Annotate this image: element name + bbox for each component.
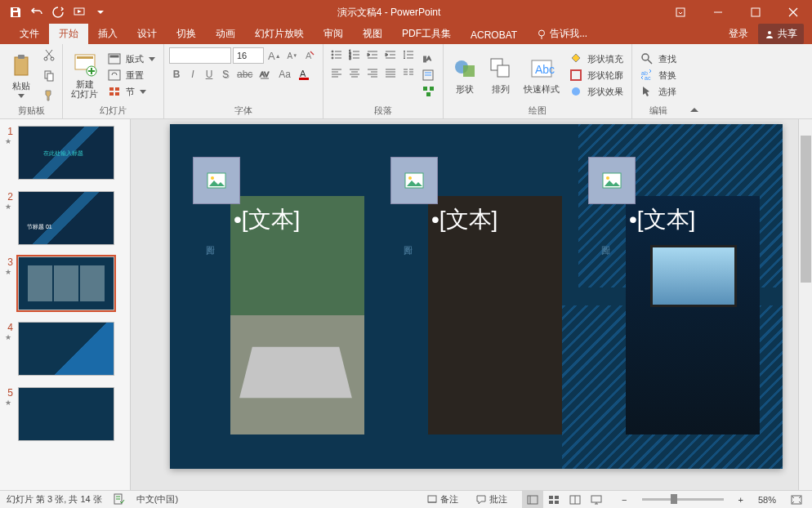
tab-animations[interactable]: 动画: [206, 24, 245, 44]
picture-placeholder-icon[interactable]: [588, 157, 636, 204]
align-right-icon[interactable]: [364, 65, 381, 80]
picture-placeholder-icon[interactable]: [390, 157, 438, 204]
justify-icon[interactable]: [382, 65, 399, 80]
zoom-slider-handle[interactable]: [671, 494, 677, 504]
increase-indent-icon[interactable]: [382, 47, 399, 62]
qat-dropdown-icon[interactable]: [93, 5, 108, 20]
slide-editor[interactable]: 图片 •[文本] 图片 •[文本] 图片 •[文本]: [170, 124, 783, 469]
format-painter-icon[interactable]: [41, 87, 57, 103]
columns-icon[interactable]: [400, 65, 417, 80]
tab-file[interactable]: 文件: [10, 24, 49, 44]
shadow-button[interactable]: S: [218, 67, 233, 82]
paste-button[interactable]: 粘贴: [5, 47, 38, 103]
zoom-slider[interactable]: [642, 498, 724, 501]
login-button[interactable]: 登录: [724, 24, 753, 44]
slide-counter[interactable]: 幻灯片 第 3 张, 共 14 张: [7, 493, 102, 506]
spell-check-icon[interactable]: [114, 493, 125, 506]
tab-insert[interactable]: 插入: [88, 24, 127, 44]
reset-button[interactable]: 重置: [105, 68, 158, 82]
align-center-icon[interactable]: [346, 65, 363, 80]
convert-smartart-icon[interactable]: [420, 84, 438, 99]
slide-thumbnail-3[interactable]: [18, 256, 114, 310]
picture-placeholder-icon[interactable]: [193, 157, 240, 204]
tab-acrobat[interactable]: ACROBAT: [461, 26, 527, 44]
align-text-icon[interactable]: [420, 68, 438, 82]
slide-thumbnail-2[interactable]: 节标题 01: [18, 191, 114, 245]
numbering-icon[interactable]: 123: [346, 47, 363, 62]
slide-thumbnails-panel[interactable]: 1★ 在此处输入标题 2★ 节标题 01 3★ 4★ 5★: [0, 119, 131, 490]
tab-view[interactable]: 视图: [353, 24, 392, 44]
shapes-button[interactable]: 形状: [448, 47, 481, 103]
text-direction-icon[interactable]: ||A: [420, 51, 438, 66]
font-color-icon[interactable]: A: [295, 67, 313, 82]
tab-transitions[interactable]: 切换: [167, 24, 206, 44]
svg-rect-24: [299, 78, 309, 80]
change-case-button[interactable]: Aa: [276, 67, 293, 82]
undo-icon[interactable]: [29, 5, 44, 20]
tab-tellme[interactable]: 告诉我...: [527, 24, 597, 44]
ribbon-options-icon[interactable]: [662, 0, 699, 25]
text-placeholder[interactable]: •[文本]: [629, 204, 695, 235]
font-family-combo[interactable]: [169, 47, 231, 64]
arrange-button[interactable]: 排列: [484, 47, 517, 103]
normal-view-icon[interactable]: [522, 491, 543, 509]
slideshow-view-icon[interactable]: [586, 491, 607, 509]
bold-button[interactable]: B: [169, 67, 184, 82]
save-icon[interactable]: [8, 5, 23, 20]
replace-button[interactable]: abac替换: [637, 68, 680, 82]
new-slide-button[interactable]: 新建 幻灯片: [68, 47, 101, 103]
bullets-icon[interactable]: [328, 47, 345, 62]
underline-button[interactable]: U: [202, 67, 216, 82]
scrollbar-thumb[interactable]: [801, 136, 811, 283]
decrease-indent-icon[interactable]: [364, 47, 381, 62]
font-size-combo[interactable]: 16: [233, 47, 264, 64]
zoom-in-button[interactable]: +: [735, 495, 747, 505]
comments-button[interactable]: 批注: [473, 493, 511, 506]
shape-effects-button[interactable]: 形状效果: [566, 84, 627, 99]
zoom-level[interactable]: 58%: [758, 495, 776, 505]
copy-icon[interactable]: [41, 68, 57, 83]
redo-icon[interactable]: [51, 5, 65, 20]
close-button[interactable]: [774, 0, 812, 25]
clear-formatting-icon[interactable]: A: [301, 48, 318, 63]
find-button[interactable]: 查找: [637, 51, 680, 66]
strikethrough-button[interactable]: abc: [234, 67, 255, 82]
notes-button[interactable]: 备注: [424, 493, 462, 506]
tab-review[interactable]: 审阅: [314, 24, 353, 44]
slide-canvas-area[interactable]: 图片 •[文本] 图片 •[文本] 图片 •[文本]: [131, 119, 812, 490]
select-button[interactable]: 选择: [637, 84, 680, 99]
shape-fill-button[interactable]: 形状填充: [566, 51, 627, 66]
minimize-button[interactable]: [699, 0, 737, 25]
slide-thumbnail-5[interactable]: [18, 387, 114, 441]
svg-rect-58: [549, 501, 553, 504]
language-indicator[interactable]: 中文(中国): [136, 493, 178, 506]
slide-thumbnail-1[interactable]: 在此处输入标题: [18, 126, 114, 180]
slide-sorter-icon[interactable]: [543, 491, 564, 509]
text-placeholder[interactable]: •[文本]: [431, 204, 497, 235]
italic-button[interactable]: I: [185, 67, 200, 82]
collapse-ribbon-icon[interactable]: [685, 44, 704, 118]
section-button[interactable]: 节: [105, 84, 158, 99]
share-button[interactable]: 共享: [758, 24, 804, 44]
reading-view-icon[interactable]: [564, 491, 586, 509]
fit-to-window-icon[interactable]: [787, 495, 805, 505]
layout-button[interactable]: 版式: [105, 51, 158, 66]
shape-outline-button[interactable]: 形状轮廓: [566, 68, 627, 82]
quick-styles-button[interactable]: Abc 快速样式: [520, 47, 563, 103]
slide-thumbnail-4[interactable]: [18, 322, 114, 376]
tab-design[interactable]: 设计: [127, 24, 167, 44]
start-from-beginning-icon[interactable]: [72, 5, 87, 20]
vertical-scrollbar[interactable]: [798, 119, 812, 490]
increase-font-icon[interactable]: A▲: [265, 48, 283, 63]
text-placeholder[interactable]: •[文本]: [234, 204, 300, 235]
tab-slideshow[interactable]: 幻灯片放映: [245, 24, 314, 44]
cut-icon[interactable]: [41, 47, 57, 63]
tab-pdf[interactable]: PDF工具集: [392, 24, 461, 44]
align-left-icon[interactable]: [328, 65, 345, 80]
maximize-button[interactable]: [737, 0, 774, 25]
decrease-font-icon[interactable]: A▼: [285, 48, 301, 63]
char-spacing-icon[interactable]: AV: [257, 67, 274, 82]
tab-home[interactable]: 开始: [49, 24, 88, 44]
line-spacing-icon[interactable]: [400, 47, 417, 62]
zoom-out-button[interactable]: −: [618, 495, 630, 505]
